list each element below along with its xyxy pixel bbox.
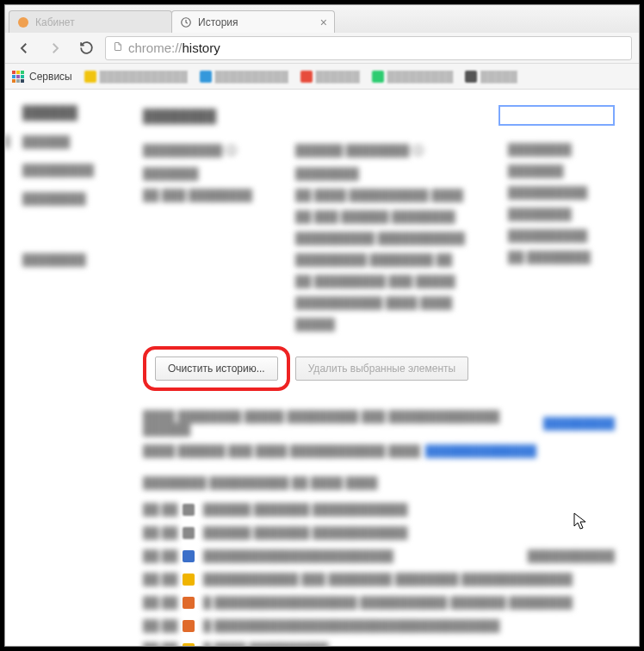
sidebar-item[interactable]: ████████: [22, 253, 117, 266]
sidebar-title: ██████: [22, 105, 117, 120]
history-title: █ ████ ██████████: [203, 642, 328, 646]
col-line: ███████: [508, 164, 591, 177]
sidebar-item[interactable]: ██████: [22, 135, 117, 148]
sidebar-item[interactable]: █████████: [22, 164, 117, 177]
history-domain: ███████████: [528, 549, 615, 562]
favicon: [183, 527, 195, 539]
history-row[interactable]: ██:██ ████████████████████████ █████████…: [143, 549, 615, 562]
favicon: [183, 643, 195, 647]
history-time: ██:██: [143, 573, 174, 586]
favicon: [183, 620, 195, 632]
history-time: ██:██: [143, 596, 174, 609]
tab-active[interactable]: История ×: [171, 10, 335, 33]
close-icon[interactable]: ×: [320, 16, 327, 29]
toolbar: chrome://history: [5, 33, 639, 64]
col-heading: ████████: [508, 143, 591, 156]
col-heading: ██████████ ⓘ: [143, 143, 252, 158]
tab-title: История: [198, 16, 238, 28]
history-page: ██████ ██████ █████████ ████████ ███████…: [5, 90, 639, 646]
history-row[interactable]: ██:██ ██████ ███████ ████████████: [143, 526, 615, 539]
col-line: ██ ███ ██████ ████████: [295, 210, 465, 223]
buttons-row: Очистить историю... Удалить выбранные эл…: [143, 346, 615, 391]
col-line: ██████████ ███████████: [295, 232, 465, 245]
page-title: ████████: [143, 108, 216, 123]
info-line: ████ ████████ █████ █████████ ███ ██████…: [143, 410, 538, 436]
col-heading: ██████ ████████ ⓘ: [295, 143, 465, 158]
history-list: ██:██ ██████ ███████ ████████████ ██:██ …: [143, 503, 615, 646]
back-button[interactable]: [12, 36, 36, 60]
history-row[interactable]: ██:██ █ ████ ██████████: [143, 642, 615, 646]
apps-button[interactable]: Сервисы: [12, 71, 72, 83]
tab-title: Кабинет: [35, 16, 75, 28]
col-line: ███████: [143, 167, 252, 180]
reload-button[interactable]: [74, 36, 98, 60]
info-link[interactable]: █████████: [543, 417, 615, 430]
history-title: █ ██████████████████ ███████████ ███████…: [203, 596, 573, 609]
sidebar: ██████ ██████ █████████ ████████ ███████…: [22, 105, 117, 646]
history-row[interactable]: ██:██ █ ████████████████████████████████…: [143, 619, 615, 632]
services-label: Сервисы: [29, 71, 72, 83]
col-line: ██ █████████ ███ █████: [295, 275, 465, 288]
tab-favicon: [16, 16, 30, 29]
history-row[interactable]: ██:██ ████████████ ███ ████████ ████████…: [143, 573, 615, 586]
col-line: ██████████: [508, 229, 591, 242]
history-time: ██:██: [143, 619, 174, 632]
delete-selected-button[interactable]: Удалить выбранные элементы: [295, 356, 468, 381]
recent-columns: ██████████ ⓘ ███████ ██ ███ ████████ ███…: [143, 143, 615, 331]
col-line: █████: [295, 318, 465, 331]
history-row[interactable]: ██:██ █ ██████████████████ ███████████ █…: [143, 596, 615, 609]
svg-point-0: [18, 17, 28, 28]
col-line: ██ ████ ██████████ ████: [295, 189, 465, 202]
highlight-callout: Очистить историю...: [143, 346, 290, 391]
col-line: ████████: [508, 208, 591, 220]
bookmark-item[interactable]: █████████: [372, 71, 454, 83]
favicon: [183, 504, 195, 516]
bookmark-item[interactable]: ████████████: [84, 71, 188, 83]
col-line: ██ ████████: [508, 251, 591, 264]
info-link[interactable]: ██████████████: [425, 444, 536, 457]
history-icon: [179, 16, 193, 29]
favicon: [183, 550, 195, 562]
main-content: ████████ ██████████ ⓘ ███████ ██ ███ ███…: [143, 105, 615, 646]
history-time: ██:██: [143, 642, 174, 646]
tab-inactive[interactable]: Кабинет: [9, 10, 172, 33]
info-paragraph: ████ ████████ █████ █████████ ███ ██████…: [143, 410, 615, 457]
col-line: ██ ███ ████████: [143, 189, 252, 202]
apps-icon: [12, 71, 24, 83]
bookmark-item[interactable]: ██████: [300, 71, 360, 83]
col-line: ███████████ ████ ████: [295, 296, 465, 309]
history-title: █ ████████████████████████████████████: [203, 619, 499, 632]
forward-button[interactable]: [43, 36, 67, 60]
info-line: ████ ██████ ███ ████ ████████████ ████: [143, 444, 420, 457]
history-time: ██:██: [143, 526, 174, 539]
chrome-window: Кабинет История × chrome://history: [4, 4, 640, 647]
history-row[interactable]: ██:██ ██████ ███████ ████████████: [143, 503, 615, 516]
col-line: █████████ ████████ ██: [295, 253, 465, 266]
history-time: ██:██: [143, 503, 174, 516]
sidebar-item[interactable]: ████████: [22, 192, 117, 205]
col-line: ████████: [295, 167, 465, 180]
bookmarks-bar: Сервисы ████████████ ██████████ ██████ █…: [5, 64, 639, 90]
url-protocol: chrome://: [128, 40, 183, 55]
history-title: ██████ ███████ ████████████: [203, 526, 408, 539]
url-path: history: [183, 40, 220, 55]
col-line: ██████████: [508, 186, 591, 199]
favicon: [183, 597, 195, 609]
date-heading: ████████ ██████████ ██ ████ ████: [143, 476, 615, 489]
bookmark-item[interactable]: █████: [465, 71, 517, 83]
clear-history-button[interactable]: Очистить историю...: [155, 356, 278, 381]
bookmark-item[interactable]: ██████████: [200, 71, 288, 83]
history-title: ████████████ ███ ████████ ████████ █████…: [203, 573, 573, 586]
history-title: ██████ ███████ ████████████: [203, 503, 408, 516]
url-bar[interactable]: chrome://history: [105, 36, 632, 60]
page-icon: [113, 40, 123, 55]
history-time: ██:██: [143, 549, 174, 562]
favicon: [183, 574, 195, 586]
history-title: ████████████████████████: [203, 549, 393, 562]
search-input[interactable]: [498, 105, 615, 126]
tabs-row: Кабинет История ×: [5, 5, 639, 33]
